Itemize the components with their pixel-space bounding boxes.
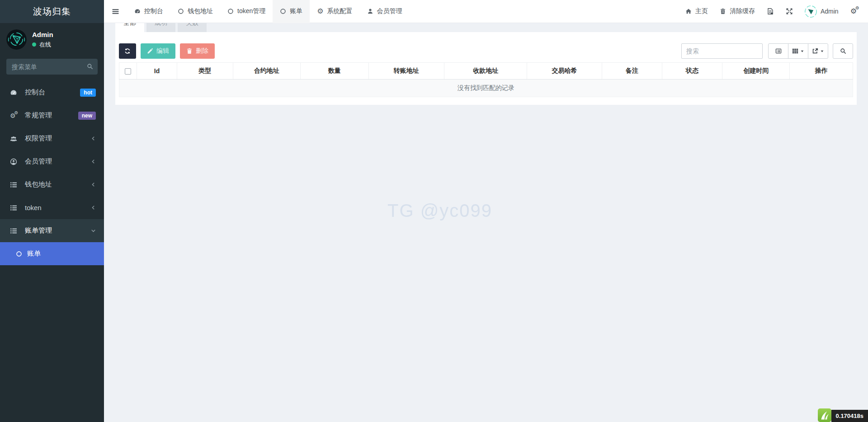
- circle-o-icon: [280, 8, 286, 14]
- circle-o-icon: [178, 8, 184, 14]
- list-icon: [10, 204, 20, 211]
- user-icon: [367, 8, 373, 14]
- user-circle-icon: [10, 158, 20, 165]
- sidebar-menu: 控制台 hot ⚙⚙ 常规管理 new 权限管理 会员管理 钱包地址 token: [0, 81, 104, 265]
- watermark: TG @yc099: [387, 201, 492, 221]
- select-all-checkbox[interactable]: [125, 68, 131, 75]
- column-header-created-at: 创建时间: [722, 63, 790, 80]
- docs-button[interactable]: [761, 0, 780, 23]
- users-icon: [10, 135, 20, 142]
- sidebar-search: [6, 59, 98, 75]
- export-button[interactable]: [808, 43, 828, 59]
- table-search-input[interactable]: [681, 43, 763, 59]
- column-header-status: 状态: [662, 63, 722, 80]
- fullscreen-button[interactable]: [780, 0, 799, 23]
- sidebar-item-dashboard[interactable]: 控制台 hot: [0, 81, 104, 104]
- user-status-label: 在线: [39, 41, 51, 49]
- nav-tab-label: 会员管理: [377, 7, 402, 15]
- select-all-cell: [119, 63, 137, 80]
- gears-icon: ⚙⚙: [850, 8, 857, 15]
- navbar-user[interactable]: Admin: [799, 0, 844, 23]
- user-name: Admin: [32, 31, 53, 38]
- tron-avatar: [6, 29, 27, 50]
- column-header-type: 类型: [177, 63, 233, 80]
- new-badge: new: [78, 112, 96, 120]
- chevron-down-icon: [91, 228, 96, 233]
- nav-tab-label: 系统配置: [327, 7, 353, 15]
- nav-tab-label: 控制台: [144, 7, 163, 15]
- chevron-left-icon: [91, 205, 96, 210]
- search-submit-button[interactable]: [833, 43, 853, 59]
- home-link[interactable]: 主页: [679, 0, 714, 23]
- grid-icon: [792, 48, 798, 54]
- user-panel: Admin 在线: [0, 23, 104, 53]
- trace-bar: 0.170418s: [818, 408, 868, 422]
- sidebar-toggle-button[interactable]: [104, 0, 127, 23]
- navbar-user-name: Admin: [821, 8, 839, 15]
- sidebar-item-bill-management[interactable]: 账单管理: [0, 219, 104, 242]
- clear-cache-label: 清除缓存: [730, 7, 755, 15]
- nav-tab-dashboard[interactable]: 控制台: [127, 0, 170, 23]
- sidebar-subitem-label: 账单: [27, 249, 41, 258]
- empty-row: 没有找到匹配的记录: [119, 80, 853, 97]
- tron-avatar-small: [805, 5, 817, 18]
- detail-view-button[interactable]: [768, 43, 788, 59]
- table-header-row: Id 类型 合约地址 数量 转账地址 收款地址 交易哈希 备注 状态 创建时间 …: [119, 63, 853, 80]
- sidebar-item-label: 会员管理: [25, 157, 52, 166]
- nav-tab-wallet-address[interactable]: 钱包地址: [170, 0, 220, 23]
- settings-button[interactable]: ⚙⚙: [844, 0, 863, 23]
- delete-button-label: 删除: [196, 47, 208, 55]
- sidebar-item-wallet-address[interactable]: 钱包地址: [0, 173, 104, 196]
- sidebar: 波场归集 Admin 在线 控制台 hot ⚙⚙ 常规管理 new 权限管理: [0, 0, 104, 422]
- caret-down-icon: [820, 49, 824, 53]
- circle-o-icon: [227, 8, 234, 14]
- search-icon: [840, 48, 846, 54]
- sidebar-item-label: 账单管理: [25, 226, 52, 235]
- list-icon: [10, 227, 20, 234]
- delete-button[interactable]: 删除: [180, 43, 215, 59]
- circle-o-icon: [16, 251, 22, 257]
- table-toolbar: 编辑 删除: [119, 43, 853, 59]
- sidebar-item-general[interactable]: ⚙⚙ 常规管理 new: [0, 104, 104, 127]
- trash-icon: [720, 8, 726, 14]
- search-icon: [87, 63, 93, 70]
- hamburger-icon: [112, 8, 119, 15]
- sidebar-subitem-bill[interactable]: 账单: [0, 242, 104, 265]
- hot-badge: hot: [80, 89, 96, 97]
- edit-button[interactable]: 编辑: [141, 43, 175, 59]
- files-icon: [767, 8, 774, 15]
- nav-tab-token[interactable]: token管理: [220, 0, 273, 23]
- app-title: 波场归集: [0, 0, 104, 23]
- top-navbar: 控制台 钱包地址 token管理 账单 ⚙ 系统配置 会员管理 主页: [104, 0, 868, 23]
- nav-tab-label: 钱包地址: [188, 7, 213, 15]
- column-header-amount: 数量: [300, 63, 368, 80]
- sidebar-item-members[interactable]: 会员管理: [0, 150, 104, 173]
- menu-search-input[interactable]: [6, 59, 98, 75]
- refresh-icon: [124, 48, 131, 54]
- empty-message: 没有找到匹配的记录: [119, 80, 853, 97]
- list-icon: [10, 181, 20, 188]
- sidebar-item-label: 常规管理: [25, 111, 52, 120]
- thinkphp-trace-icon[interactable]: [818, 408, 831, 422]
- columns-button[interactable]: [788, 43, 808, 59]
- sidebar-item-permissions[interactable]: 权限管理: [0, 127, 104, 150]
- refresh-button[interactable]: [119, 43, 136, 59]
- column-header-remark: 备注: [602, 63, 662, 80]
- chevron-left-icon: [91, 159, 96, 164]
- home-label: 主页: [695, 7, 708, 15]
- sidebar-item-label: token: [25, 204, 42, 211]
- gears-icon: ⚙⚙: [10, 113, 20, 119]
- navbar-tabs: 控制台 钱包地址 token管理 账单 ⚙ 系统配置 会员管理: [127, 0, 410, 23]
- pencil-icon: [147, 48, 153, 54]
- nav-tab-members[interactable]: 会员管理: [360, 0, 410, 23]
- chevron-left-icon: [91, 136, 96, 141]
- sidebar-item-label: 权限管理: [25, 134, 52, 143]
- gear-icon: ⚙: [317, 8, 323, 15]
- clear-cache-link[interactable]: 清除缓存: [714, 0, 761, 23]
- edit-button-label: 编辑: [156, 47, 169, 55]
- column-header-id: Id: [137, 63, 177, 80]
- nav-tab-system-config[interactable]: ⚙ 系统配置: [310, 0, 359, 23]
- column-header-receive-address: 收款地址: [444, 63, 527, 80]
- nav-tab-bill[interactable]: 账单: [273, 0, 310, 23]
- sidebar-item-token[interactable]: token: [0, 196, 104, 219]
